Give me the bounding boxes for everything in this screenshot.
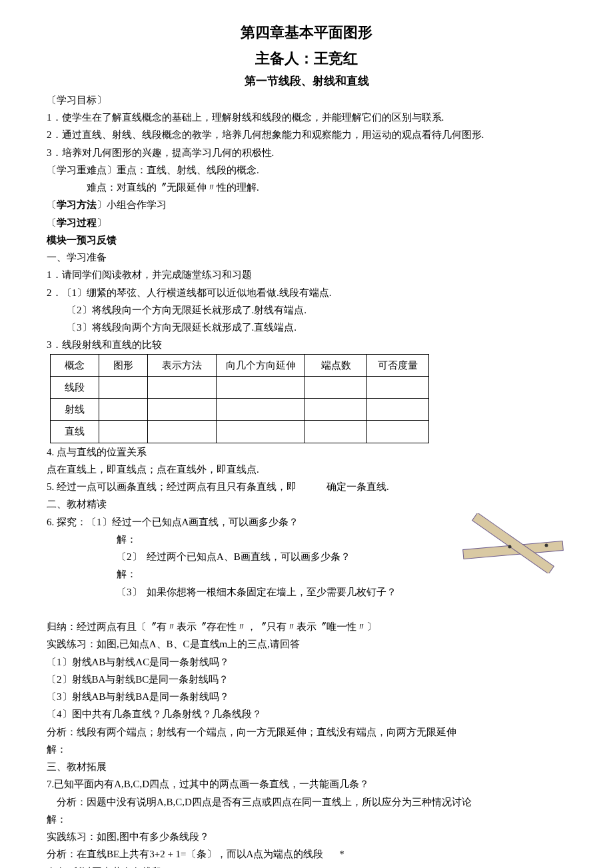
- analysis-3b: 有条, 所以图中共有条线段: [47, 863, 566, 869]
- table-row: 直线: [51, 421, 429, 443]
- question-4: 〔4〕图中共有几条直线？几条射线？几条线段？: [47, 705, 566, 723]
- analysis-3a: 分析：在直线BE上共有3+2 + 1=〔条〕，而以A点为端点的线段: [47, 849, 323, 859]
- question-2: 〔2〕射线BA与射线BC是同一条射线吗？: [47, 671, 566, 688]
- th-notation: 表示方法: [148, 354, 217, 376]
- analysis-3-line: 分析：在直线BE上共有3+2 + 1=〔条〕，而以A点为端点的线段 *: [47, 845, 566, 863]
- reading-heading: 二、教材精读: [47, 495, 566, 513]
- process-tail: 〕: [97, 217, 107, 228]
- prep-item-1: 1．请同学们阅读教材，并完成随堂练习和习题: [47, 266, 566, 283]
- chapter-title: 第四章基本平面图形: [47, 20, 566, 46]
- process-bold: 学习过程: [57, 217, 97, 228]
- table-row: 射线: [51, 399, 429, 421]
- solve-label-4: 解：: [47, 811, 566, 828]
- prep-item-3: 3．线段射线和直线的比较: [47, 336, 566, 353]
- process-line: 〔学习过程〕: [47, 214, 566, 231]
- cell-line: 直线: [51, 421, 99, 443]
- asterisk-mark: *: [326, 849, 344, 859]
- th-extend: 向几个方向延伸: [217, 354, 305, 376]
- practice-2: 实践练习：如图,图中有多少条线段？: [47, 828, 566, 845]
- bracket-open-2: 〔: [47, 217, 57, 228]
- keypoints-hard: 难点：对直线的〞无限延伸〃性的理解.: [47, 179, 566, 196]
- item-6: 6. 探究：〔1〕经过一个已知点A画直线，可以画多少条？: [47, 513, 460, 531]
- prep-heading: 一、学习准备: [47, 249, 566, 266]
- author-line: 主备人：王竞红: [47, 46, 566, 72]
- objectives-heading: 〔学习目标〕: [47, 91, 566, 109]
- solve-label-1: 解：: [47, 531, 460, 548]
- prep-item-2-2: 〔2〕将线段向一个方向无限延长就形成了.射线有端点.: [47, 301, 566, 319]
- item-6-2-text: 经过两个已知点A、B画直线，可以画多少条？: [147, 548, 350, 565]
- cell-segment: 线段: [51, 376, 99, 398]
- item-6-2-num: 〔2〕: [117, 548, 147, 565]
- item-4-detail: 点在直线上，即直线点；点在直线外，即直线点.: [47, 461, 566, 478]
- objective-3: 3．培养对几何图形的兴趣，提高学习几何的积极性.: [47, 144, 566, 161]
- practice-intro: 实践练习：如图,已知点A、B、C是直线m上的三点,请回答: [47, 635, 566, 653]
- th-endpoints: 端点数: [305, 354, 367, 376]
- table-header-row: 概念 图形 表示方法 向几个方向延伸 端点数 可否度量: [51, 354, 429, 376]
- item-4: 4. 点与直线的位置关系: [47, 443, 566, 461]
- cell-ray: 射线: [51, 399, 99, 421]
- item-5: 5. 经过一点可以画条直线；经过两点有且只有条直线，即 确定一条直线.: [47, 478, 566, 495]
- th-measurable: 可否度量: [367, 354, 429, 376]
- question-3: 〔3〕射线AB与射线BA是同一条射线吗？: [47, 688, 566, 705]
- svg-point-2: [508, 545, 512, 548]
- crossed-sticks-diagram: [460, 513, 566, 579]
- analysis-2: 分析：因题中没有说明A,B,C,D四点是否有三点或四点在同一直线上，所以应分为三…: [47, 793, 566, 811]
- analysis-1: 分析：线段有两个端点；射线有一个端点，向一方无限延伸；直线没有端点，向两方无限延…: [47, 723, 566, 741]
- solve-label-3: 解：: [47, 741, 566, 758]
- method-line: 〔学习方法〕小组合作学习: [47, 196, 566, 213]
- solve-label-2: 解：: [47, 565, 460, 583]
- item-7: 7.已知平面内有A,B,C,D四点，过其中的两点画一条直线，一共能画几条？: [47, 775, 566, 793]
- svg-point-3: [545, 543, 548, 547]
- bracket-open: 〔: [47, 199, 57, 210]
- expand-heading: 三、教材拓展: [47, 758, 566, 775]
- prep-item-2-1: 2．〔1〕绷紧的琴弦、人行横道线都可以近似地看做.线段有端点.: [47, 284, 566, 301]
- objective-2: 2．通过直线、射线、线段概念的教学，培养几何想象能力和观察能力，用运动的观点看待…: [47, 126, 566, 143]
- method-tail: 〕小组合作学习: [97, 199, 167, 210]
- section-title: 第一节线段、射线和直线: [47, 71, 566, 91]
- item-6-3-num: 〔3〕: [117, 583, 147, 601]
- module-1-heading: 模块一预习反馈: [47, 231, 566, 249]
- table-row: 线段: [51, 376, 429, 398]
- method-bold: 学习方法: [57, 199, 97, 210]
- keypoints-main: 〔学习重难点〕重点：直线、射线、线段的概念.: [47, 161, 566, 179]
- induction: 归纳：经过两点有且〔〞有〃表示〞存在性〃，〞只有〃表示〞唯一性〃〕: [47, 618, 566, 635]
- th-figure: 图形: [99, 354, 148, 376]
- question-1: 〔1〕射线AB与射线AC是同一条射线吗？: [47, 653, 566, 671]
- th-concept: 概念: [51, 354, 99, 376]
- comparison-table: 概念 图形 表示方法 向几个方向延伸 端点数 可否度量 线段 射线 直线: [50, 354, 429, 443]
- prep-item-2-3: 〔3〕将线段向两个方向无限延长就形成了.直线端点.: [47, 319, 566, 336]
- objective-1: 1．使学生在了解直线概念的基础上，理解射线和线段的概念，并能理解它们的区别与联系…: [47, 109, 566, 126]
- item-6-3-text: 如果你想将一根细木条固定在墙上，至少需要几枚钉子？: [147, 583, 396, 601]
